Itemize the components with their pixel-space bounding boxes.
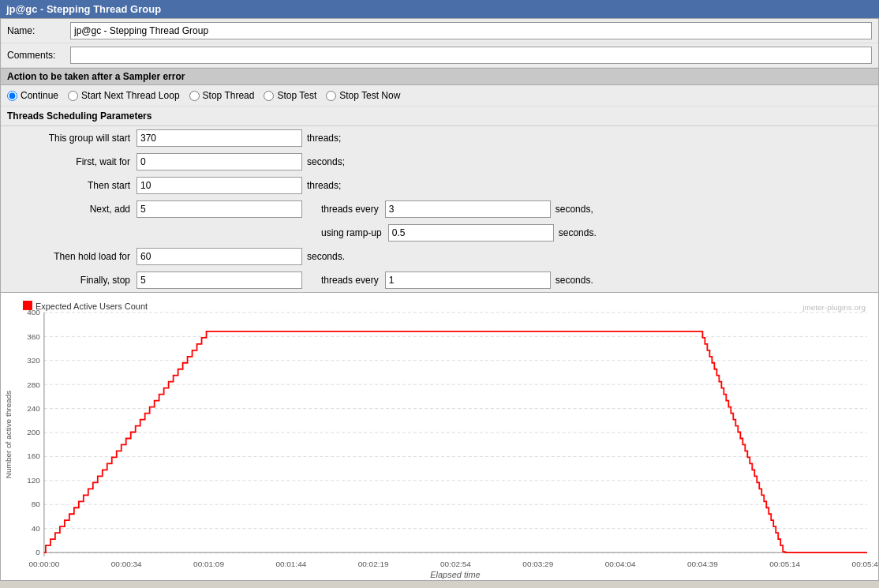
radio-stop-test[interactable]: Stop Test xyxy=(264,90,316,101)
scheduling-header: Threads Scheduling Parameters xyxy=(1,107,878,126)
svg-text:40: 40 xyxy=(32,524,41,533)
svg-text:320: 320 xyxy=(27,356,40,365)
svg-text:00:02:54: 00:02:54 xyxy=(440,560,471,568)
svg-text:160: 160 xyxy=(27,451,40,460)
sched-unit-then-start: threads; xyxy=(307,180,341,191)
svg-text:200: 200 xyxy=(27,429,40,437)
radio-stop-thread[interactable]: Stop Thread xyxy=(189,90,255,101)
sched-label-hold: Then hold load for xyxy=(7,251,133,262)
svg-text:00:05:49: 00:05:49 xyxy=(852,560,878,568)
sched-row-2: First, wait for seconds; xyxy=(1,150,878,174)
sched-unit-threads-every: seconds, xyxy=(555,204,593,215)
chart-overlay: 0 40 80 120 160 200 240 280 320 360 400 … xyxy=(1,293,878,580)
sched-row-4: Next, add threads every seconds, xyxy=(1,197,878,221)
sched-row-6: Then hold load for seconds. xyxy=(1,245,878,268)
svg-text:280: 280 xyxy=(27,380,40,389)
svg-text:Expected Active Users Count: Expected Active Users Count xyxy=(36,301,148,311)
svg-text:120: 120 xyxy=(27,476,40,485)
error-action-header: Action to be taken after a Sampler error xyxy=(1,68,878,85)
sched-label-threads-every: threads every xyxy=(321,204,379,215)
svg-text:Elapsed time: Elapsed time xyxy=(430,570,480,579)
svg-text:00:01:09: 00:01:09 xyxy=(193,560,224,568)
sched-label-finally-stop: Finally, stop xyxy=(7,275,133,286)
sched-input-threads-every[interactable] xyxy=(385,200,551,218)
svg-rect-38 xyxy=(1,293,878,580)
sched-unit-start: threads; xyxy=(307,133,341,144)
sched-label-next-add: Next, add xyxy=(7,204,133,215)
chart-area: Expected Active Users Count jmeter-plugi… xyxy=(1,292,878,580)
sched-input-wait[interactable] xyxy=(137,153,302,170)
sched-label-rampup: using ramp-up xyxy=(321,227,382,238)
sched-input-next-add[interactable] xyxy=(137,200,302,218)
comments-input[interactable] xyxy=(70,47,872,64)
name-input[interactable] xyxy=(70,22,872,39)
svg-text:0: 0 xyxy=(36,548,40,556)
svg-text:360: 360 xyxy=(27,332,40,341)
svg-text:00:05:14: 00:05:14 xyxy=(769,560,800,568)
sched-input-start[interactable] xyxy=(137,129,302,147)
name-label: Name: xyxy=(7,25,70,36)
svg-text:Number of active threads: Number of active threads xyxy=(4,391,13,478)
radio-continue[interactable]: Continue xyxy=(7,90,58,101)
sched-label-stop-threads-every: threads every xyxy=(321,275,379,286)
window-title: jp@gc - Stepping Thread Group xyxy=(0,0,879,18)
sched-row-5: using ramp-up seconds. xyxy=(1,221,878,245)
sched-unit-wait: seconds; xyxy=(307,156,345,167)
sched-input-hold[interactable] xyxy=(137,248,302,265)
sched-unit-stop-threads-every: seconds. xyxy=(555,275,593,286)
radio-start-next[interactable]: Start Next Thread Loop xyxy=(68,90,180,101)
sched-row-3: Then start threads; xyxy=(1,174,878,197)
svg-text:00:03:29: 00:03:29 xyxy=(522,560,553,568)
sched-unit-rampup: seconds. xyxy=(559,227,597,238)
svg-text:80: 80 xyxy=(32,500,41,508)
sched-label-start: This group will start xyxy=(7,133,133,144)
sched-label-then-start: Then start xyxy=(7,180,133,191)
svg-text:00:04:04: 00:04:04 xyxy=(605,560,636,568)
sched-unit-hold: seconds. xyxy=(307,251,345,262)
sched-input-stop-threads-every[interactable] xyxy=(385,272,551,289)
sched-row-7: Finally, stop threads every seconds. xyxy=(1,268,878,292)
comments-label: Comments: xyxy=(7,50,70,61)
sched-input-rampup[interactable] xyxy=(388,224,554,242)
svg-text:00:01:44: 00:01:44 xyxy=(275,560,306,568)
sched-row-1: This group will start threads; xyxy=(1,126,878,150)
svg-text:00:02:19: 00:02:19 xyxy=(358,560,389,568)
sched-input-finally-stop[interactable] xyxy=(137,272,302,289)
radio-stop-test-now[interactable]: Stop Test Now xyxy=(326,90,400,101)
svg-text:00:00:00: 00:00:00 xyxy=(28,560,59,568)
error-action-options: Continue Start Next Thread Loop Stop Thr… xyxy=(1,85,878,107)
sched-input-then-start[interactable] xyxy=(137,177,302,194)
svg-text:jmeter-plugins.org: jmeter-plugins.org xyxy=(802,303,866,312)
svg-rect-77 xyxy=(23,301,32,310)
svg-text:00:00:34: 00:00:34 xyxy=(111,560,142,568)
sched-label-wait: First, wait for xyxy=(7,156,133,167)
svg-text:240: 240 xyxy=(27,404,40,413)
svg-text:00:04:39: 00:04:39 xyxy=(687,560,718,568)
